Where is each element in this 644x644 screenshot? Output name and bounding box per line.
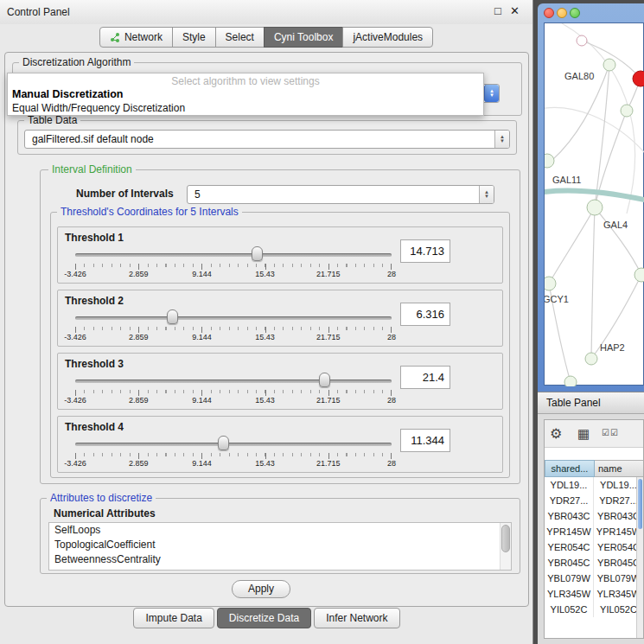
cell[interactable]: YDR27...	[545, 493, 594, 508]
table-row[interactable]: YPR145WYPR145W	[545, 524, 643, 539]
apply-button[interactable]: Apply	[232, 580, 290, 598]
tab-select[interactable]: Select	[215, 27, 265, 48]
node-gal11[interactable]	[545, 154, 554, 168]
threshold-2-value-field[interactable]: 6.316	[400, 303, 450, 326]
arrow-down-icon: ▼	[500, 139, 505, 143]
cell[interactable]: YBL079W	[545, 571, 594, 586]
slider-handle[interactable]	[218, 436, 229, 450]
scale-label: 15.43	[255, 396, 275, 405]
number-of-intervals-label: Number of Intervals	[73, 188, 177, 200]
number-of-intervals-combobox[interactable]: 5 ▲ ▼	[187, 185, 494, 204]
cell[interactable]: YER054C	[545, 539, 594, 555]
node[interactable]	[577, 35, 587, 46]
node[interactable]	[634, 268, 644, 282]
threshold-1-slider[interactable]	[75, 246, 392, 262]
node-label-gcy1: GCY1	[545, 294, 569, 304]
mac-minimize-button[interactable]	[557, 8, 567, 18]
cell[interactable]: YIL052C	[545, 602, 594, 617]
node-hap2[interactable]	[585, 353, 597, 365]
column-header-name[interactable]: name	[595, 460, 644, 477]
scale-label: 21.715	[316, 396, 341, 405]
slider-scale-labels: -3.426 2.859 9.144 15.43 21.715 28	[75, 333, 392, 342]
network-view-window: GAL80 GAL11 GAL4 GCY1 HAP2	[538, 3, 644, 392]
control-panel-tabs: Network Style Select Cyni Toolbox jActiv…	[0, 27, 532, 48]
threshold-1-panel: Threshold 1 -3.426 2.859 9.144 15.43 21.…	[57, 226, 503, 284]
list-item[interactable]: BetweennessCentrality	[49, 552, 511, 567]
cell[interactable]: YBR045C	[545, 555, 594, 571]
node-gcy1[interactable]	[545, 277, 556, 290]
threshold-2-label: Threshold 2	[65, 295, 124, 307]
scale-label: 2.859	[129, 333, 149, 341]
slider-handle[interactable]	[167, 309, 178, 324]
table-scrollbar[interactable]	[636, 477, 643, 638]
table-row[interactable]: YDR27...YDR27...	[545, 493, 643, 508]
table-row[interactable]: YLR345WYLR345W	[545, 586, 643, 602]
column-header-shared-name[interactable]: shared...	[545, 460, 595, 477]
scale-label: 2.859	[129, 270, 149, 278]
dropdown-placeholder-option[interactable]: Select algorithm to view settings	[8, 75, 483, 87]
tab-discretize-data[interactable]: Discretize Data	[217, 608, 311, 628]
combobox-stepper-icon[interactable]: ▲ ▼	[484, 85, 499, 102]
float-icon[interactable]: □	[494, 4, 501, 17]
threshold-1-value-field[interactable]: 14.713	[400, 239, 450, 263]
threshold-4-label: Threshold 4	[65, 421, 124, 433]
slider-handle[interactable]	[252, 246, 263, 261]
list-item[interactable]: TopologicalCoefficient	[49, 538, 511, 552]
node[interactable]	[621, 105, 633, 117]
mac-close-button[interactable]	[544, 8, 554, 18]
slider-track	[75, 443, 392, 446]
table-row[interactable]: YDL19...YDL19...	[545, 477, 643, 493]
threshold-2-panel: Threshold 2 -3.426 2.859 9.144 15.43 21.…	[57, 290, 503, 347]
scrollbar-thumb[interactable]	[501, 525, 510, 552]
threshold-4-value-field[interactable]: 11.344	[400, 429, 450, 452]
combobox-stepper-icon[interactable]: ▲ ▼	[479, 186, 494, 203]
slider-handle[interactable]	[319, 373, 330, 387]
columns-icon[interactable]: ▦	[577, 426, 590, 442]
close-icon[interactable]: ✕	[510, 4, 520, 17]
scale-label: -3.426	[64, 396, 86, 405]
select-columns-icon[interactable]: ☑☑	[602, 428, 619, 437]
network-canvas[interactable]: GAL80 GAL11 GAL4 GCY1 HAP2	[544, 22, 644, 386]
threshold-3-slider[interactable]	[75, 373, 392, 388]
cell[interactable]: YPR145W	[545, 524, 594, 539]
node-gal80[interactable]	[603, 59, 615, 71]
tab-style[interactable]: Style	[172, 27, 216, 48]
tab-cyni-toolbox[interactable]: Cyni Toolbox	[264, 27, 343, 48]
tab-network[interactable]: Network	[99, 27, 173, 48]
table-row[interactable]: YBL079WYBL079W	[545, 571, 643, 586]
scrollbar-thumb[interactable]	[638, 479, 642, 529]
cell[interactable]: YDL19...	[545, 477, 594, 493]
threshold-3-value-field[interactable]: 21.4	[400, 366, 450, 389]
threshold-4-slider[interactable]	[75, 436, 392, 451]
node-gal4[interactable]	[587, 200, 603, 215]
table-data-combobox[interactable]: galFiltered.sif default node ▲ ▼	[24, 130, 510, 149]
slider-scale-labels: -3.426 2.859 9.144 15.43 21.715 28	[75, 459, 392, 469]
gear-icon[interactable]: ⚙	[550, 425, 562, 442]
scale-label: 9.144	[192, 396, 212, 405]
list-item[interactable]: SelfLoops	[49, 523, 511, 538]
mac-zoom-button[interactable]	[570, 8, 580, 18]
table-row[interactable]: YBR043CYBR043C	[545, 508, 643, 524]
cell[interactable]: YBR043C	[545, 508, 594, 524]
dropdown-option-manual-discretization[interactable]: Manual Discretization	[12, 88, 124, 100]
selected-red-node[interactable]	[633, 71, 644, 86]
table-data-group-label: Table Data	[24, 114, 80, 126]
numerical-attributes-label: Numerical Attributes	[50, 507, 159, 520]
table-header-row: shared... name	[545, 460, 644, 477]
table-row[interactable]: YER054CYER054C	[545, 539, 643, 555]
control-panel-titlebar: Control Panel □ ✕	[0, 0, 532, 24]
table-row[interactable]: YBR045CYBR045C	[545, 555, 643, 571]
tab-style-label: Style	[182, 31, 206, 43]
threshold-1-label: Threshold 1	[65, 232, 124, 244]
dropdown-option-equal-width[interactable]: Equal Width/Frequency Discretization	[12, 102, 185, 114]
cell[interactable]: YLR345W	[545, 586, 594, 602]
node[interactable]	[564, 376, 577, 386]
numerical-attributes-list[interactable]: SelfLoops TopologicalCoefficient Between…	[48, 522, 512, 571]
tab-impute-data[interactable]: Impute Data	[133, 608, 214, 628]
table-row[interactable]: YIL052CYIL052C	[545, 602, 643, 617]
combobox-stepper-icon[interactable]: ▲ ▼	[494, 131, 509, 148]
list-scrollbar[interactable]	[500, 523, 511, 570]
tab-infer-network[interactable]: Infer Network	[314, 608, 399, 628]
tab-jactivemodules[interactable]: jActiveModules	[342, 27, 433, 48]
threshold-2-slider[interactable]	[75, 309, 392, 325]
